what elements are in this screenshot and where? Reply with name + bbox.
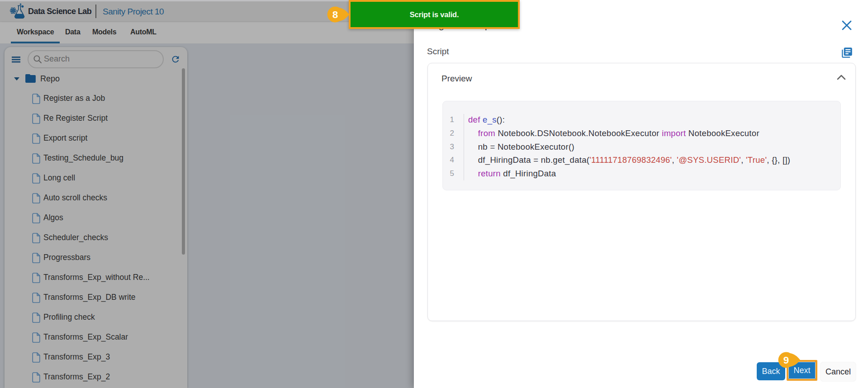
svg-text:9: 9 [783,355,789,366]
svg-text:8: 8 [332,9,338,20]
